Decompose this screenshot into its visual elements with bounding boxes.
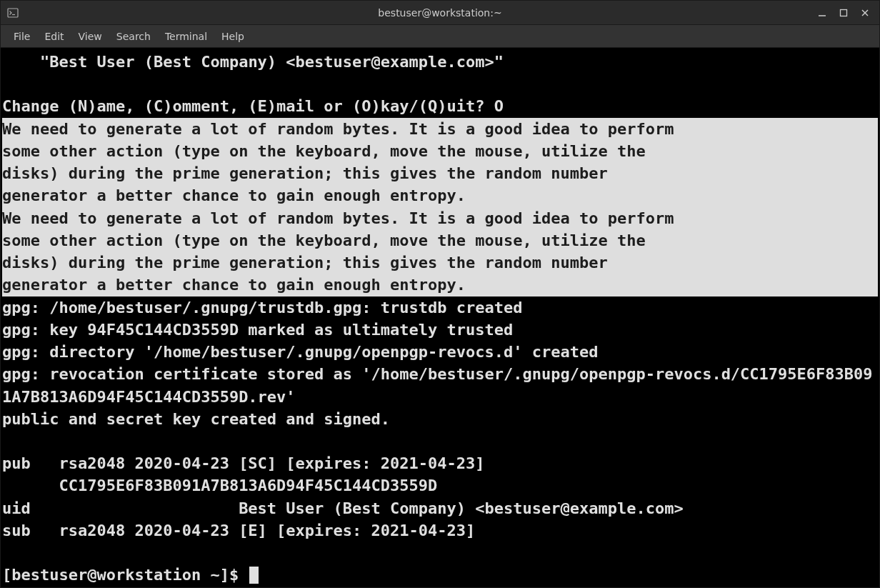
menu-view[interactable]: View: [71, 28, 109, 45]
output-line: gpg: directory '/home/bestuser/.gnupg/op…: [2, 341, 878, 363]
minimize-button[interactable]: [816, 7, 828, 19]
blank-line: [2, 73, 878, 95]
menu-help[interactable]: Help: [214, 28, 251, 45]
terminal-window: bestuser@workstation:~ File Edit View Se…: [0, 0, 880, 588]
output-line: Change (N)ame, (C)omment, (E)mail or (O)…: [2, 95, 878, 117]
output-line: CC1795E6F83B091A7B813A6D94F45C144CD3559D: [2, 474, 878, 497]
titlebar: bestuser@workstation:~: [1, 1, 879, 25]
output-line: sub rsa2048 2020-04-23 [E] [expires: 202…: [2, 519, 878, 542]
window-title: bestuser@workstation:~: [378, 7, 501, 19]
terminal-output[interactable]: "Best User (Best Company) <bestuser@exam…: [1, 48, 879, 587]
output-line: gpg: revocation certificate stored as '/…: [2, 363, 878, 407]
svg-rect-0: [8, 9, 18, 17]
output-line: pub rsa2048 2020-04-23 [SC] [expires: 20…: [2, 452, 878, 474]
blank-line: [2, 542, 878, 564]
prompt-line: [bestuser@workstation ~]$: [2, 564, 878, 586]
output-line: gpg: key 94F45C144CD3559D marked as ulti…: [2, 319, 878, 341]
svg-rect-3: [841, 9, 847, 16]
close-button[interactable]: [859, 7, 871, 19]
output-line: public and secret key created and signed…: [2, 408, 878, 430]
shell-prompt: [bestuser@workstation ~]$: [2, 564, 248, 586]
terminal-app-icon: [6, 6, 19, 19]
cursor: [249, 567, 259, 584]
menu-file[interactable]: File: [6, 28, 37, 45]
menu-search[interactable]: Search: [109, 28, 158, 45]
menu-edit[interactable]: Edit: [37, 28, 71, 45]
blank-line: [2, 430, 878, 452]
window-controls: [816, 7, 874, 19]
highlighted-output: We need to generate a lot of random byte…: [2, 118, 878, 297]
menubar: File Edit View Search Terminal Help: [1, 25, 879, 48]
maximize-button[interactable]: [838, 7, 849, 19]
output-line: gpg: /home/bestuser/.gnupg/trustdb.gpg: …: [2, 297, 878, 319]
output-line: uid Best User (Best Company) <bestuser@e…: [2, 497, 878, 519]
menu-terminal[interactable]: Terminal: [158, 28, 214, 45]
output-line: "Best User (Best Company) <bestuser@exam…: [2, 51, 878, 73]
